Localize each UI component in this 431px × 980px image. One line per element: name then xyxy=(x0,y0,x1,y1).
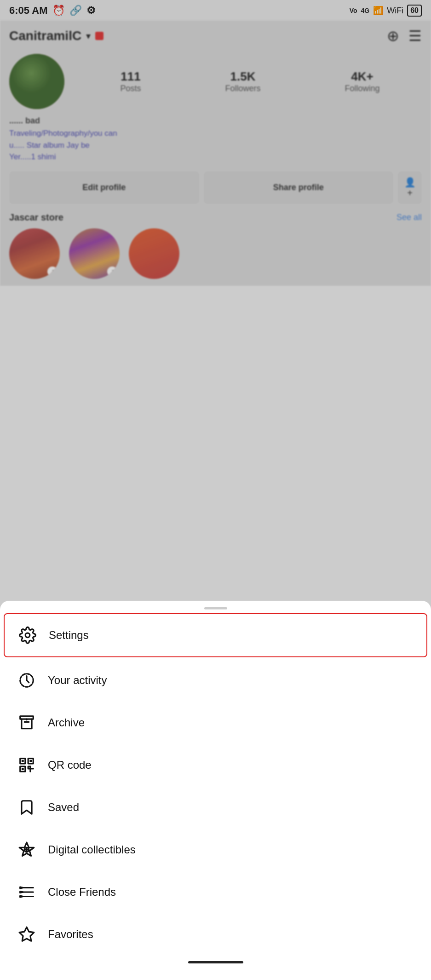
menu-item-qr[interactable]: QR code xyxy=(4,744,427,786)
favorites-icon xyxy=(17,924,37,945)
qr-label: QR code xyxy=(48,759,92,771)
activity-icon xyxy=(17,670,37,690)
menu-item-favorites[interactable]: Favorites xyxy=(4,913,427,956)
bottom-sheet: Settings Your activity Archive xyxy=(0,601,431,980)
qr-icon xyxy=(17,755,37,775)
activity-label: Your activity xyxy=(48,674,107,687)
menu-item-collectibles[interactable]: Digital collectibles xyxy=(4,829,427,871)
settings-icon xyxy=(17,625,38,645)
svg-rect-6 xyxy=(29,760,32,762)
saved-icon xyxy=(17,797,37,818)
sheet-handle xyxy=(204,607,227,609)
close-friends-icon xyxy=(17,882,37,902)
svg-marker-15 xyxy=(19,927,34,941)
collectibles-icon xyxy=(17,840,37,860)
menu-item-archive[interactable]: Archive xyxy=(4,702,427,744)
svg-point-0 xyxy=(25,633,30,638)
menu-item-close-friends[interactable]: Close Friends xyxy=(4,871,427,913)
svg-rect-5 xyxy=(22,760,24,762)
collectibles-label: Digital collectibles xyxy=(48,843,136,856)
svg-rect-7 xyxy=(22,768,24,770)
sheet-handle-row xyxy=(0,601,431,613)
home-bar xyxy=(188,961,243,963)
svg-marker-12 xyxy=(20,887,23,888)
svg-marker-14 xyxy=(20,896,23,897)
settings-label: Settings xyxy=(49,629,89,642)
menu-item-saved[interactable]: Saved xyxy=(4,786,427,829)
home-indicator-area xyxy=(0,956,431,966)
close-friends-label: Close Friends xyxy=(48,886,116,899)
saved-label: Saved xyxy=(48,801,79,814)
favorites-label: Favorites xyxy=(48,928,93,941)
menu-item-activity[interactable]: Your activity xyxy=(4,659,427,702)
svg-marker-13 xyxy=(20,891,23,893)
archive-icon xyxy=(17,713,37,733)
menu-item-settings[interactable]: Settings xyxy=(4,613,427,657)
archive-label: Archive xyxy=(48,716,85,729)
